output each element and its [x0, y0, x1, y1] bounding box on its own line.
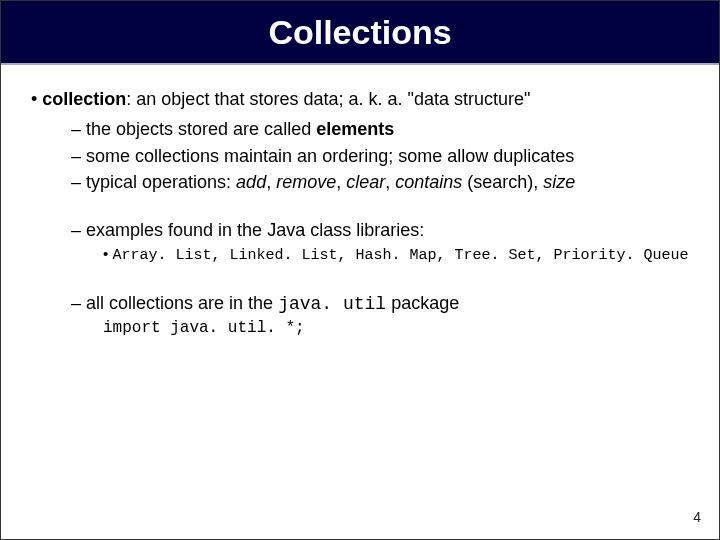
- op-remove: remove: [276, 172, 336, 192]
- bullet-collection-def: • collection: an object that stores data…: [31, 87, 695, 111]
- dash-icon: –: [71, 119, 86, 139]
- examples-intro: examples found in the Java class librari…: [86, 220, 424, 240]
- dash-icon: –: [71, 172, 86, 192]
- sep: ,: [266, 172, 276, 192]
- spacer: [25, 196, 695, 218]
- sub-bullet-operations: – typical operations: add, remove, clear…: [71, 170, 695, 194]
- page-number: 4: [693, 509, 701, 525]
- pkg-pre: all collections are in the: [86, 293, 278, 313]
- pkg-mono: java. util: [278, 294, 386, 314]
- sub-bullet-examples: – examples found in the Java class libra…: [71, 218, 695, 242]
- op-size: size: [543, 172, 575, 192]
- spacer: [25, 269, 695, 291]
- import-statement: import java. util. *;: [103, 318, 695, 340]
- dash-icon: –: [71, 220, 86, 240]
- slide: Collections • collection: an object that…: [0, 0, 720, 540]
- text-pre: the objects stored are called: [86, 119, 316, 139]
- op-contains: contains: [395, 172, 467, 192]
- pkg-post: package: [386, 293, 459, 313]
- sep: ,: [336, 172, 346, 192]
- op-clear: clear: [346, 172, 385, 192]
- dash-icon: –: [71, 146, 86, 166]
- slide-title: Collections: [268, 13, 451, 52]
- sub-bullet-ordering: – some collections maintain an ordering;…: [71, 144, 695, 168]
- paren-search: (search),: [467, 172, 543, 192]
- bullet-dot-icon: •: [103, 245, 112, 262]
- term-collection: collection: [42, 89, 126, 109]
- examples-list-line: • Array. List, Linked. List, Hash. Map, …: [103, 244, 695, 266]
- sep: ,: [385, 172, 395, 192]
- content-area: • collection: an object that stores data…: [1, 65, 719, 340]
- def-text: : an object that stores data; a. k. a. "…: [126, 89, 530, 109]
- sub-bullet-package: – all collections are in the java. util …: [71, 291, 695, 316]
- title-bar: Collections: [1, 1, 719, 65]
- ops-pre: typical operations:: [86, 172, 236, 192]
- dash-icon: –: [71, 293, 86, 313]
- bullet-dot-icon: •: [31, 89, 42, 109]
- op-add: add: [236, 172, 266, 192]
- term-elements: elements: [316, 119, 394, 139]
- examples-code: Array. List, Linked. List, Hash. Map, Tr…: [112, 247, 688, 264]
- text-line: some collections maintain an ordering; s…: [86, 146, 574, 166]
- sub-bullet-elements: – the objects stored are called elements: [71, 117, 695, 141]
